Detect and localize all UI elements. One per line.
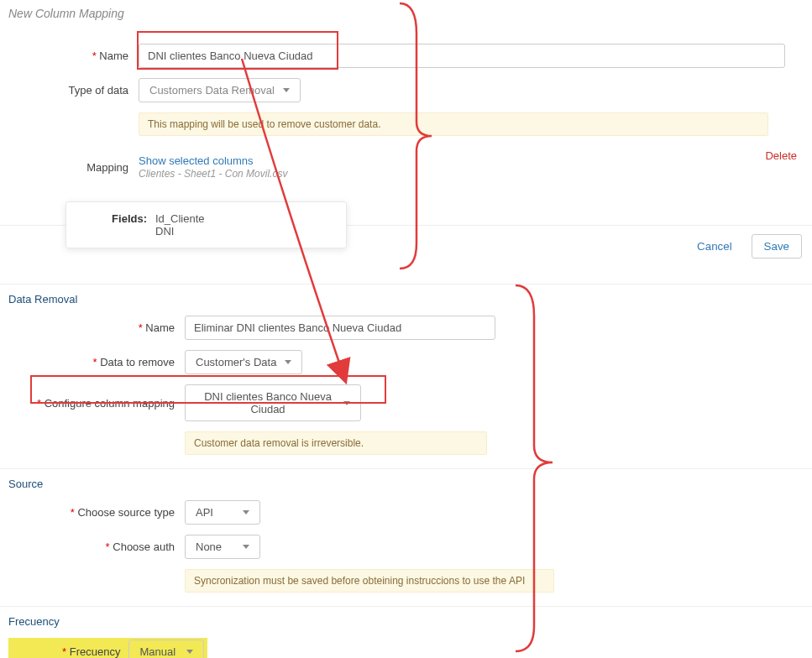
fields-label: Fields:: [80, 212, 155, 238]
frecuency-dropdown[interactable]: Manual: [128, 640, 204, 658]
section-frecuency: Frecuency: [0, 606, 812, 633]
data-to-remove-dropdown[interactable]: Customer's Data: [185, 350, 302, 374]
name-input[interactable]: [139, 44, 785, 68]
frecuency-highlight: * Frecuency Manual: [8, 638, 207, 658]
dr-name-input[interactable]: [185, 316, 495, 340]
show-columns-link[interactable]: Show selected columns: [139, 154, 254, 167]
field-item: Id_Cliente: [155, 212, 205, 225]
panel-title: New Column Mapping: [0, 0, 812, 27]
mapping-label: Mapping: [8, 161, 139, 174]
removal-warning: Customer data removal is irreversible.: [185, 431, 487, 455]
dr-name-label: * Name: [8, 321, 185, 334]
section-source: Source: [0, 468, 812, 495]
save-button[interactable]: Save: [752, 234, 802, 258]
auth-dropdown[interactable]: None: [185, 535, 260, 559]
field-item: DNI: [155, 225, 205, 238]
type-of-data-label: Type of data: [8, 84, 139, 97]
delete-link[interactable]: Delete: [765, 149, 797, 162]
col-mapping-dropdown[interactable]: DNI clientes Banco Nueva Ciudad: [185, 384, 361, 421]
frecuency-label: * Frecuency: [12, 645, 128, 658]
cancel-button[interactable]: Cancel: [684, 234, 745, 258]
mapping-file: Clientes - Sheet1 - Con Movil.csv: [139, 168, 287, 180]
name-label: * Name: [8, 50, 139, 62]
chevron-down-icon: [283, 88, 290, 92]
chevron-down-icon: [243, 545, 249, 549]
data-to-remove-label: * Data to remove: [8, 356, 185, 368]
source-type-dropdown[interactable]: API: [185, 500, 260, 525]
fields-tooltip: Fields: Id_Cliente DNI: [65, 201, 347, 248]
source-type-label: * Choose source type: [8, 506, 185, 519]
chevron-down-icon: [343, 401, 350, 405]
mapping-note: This mapping will be used to remove cust…: [139, 112, 768, 136]
auth-label: * Choose auth: [8, 540, 185, 553]
chevron-down-icon: [186, 650, 193, 654]
section-data-removal: Data Removal: [0, 284, 812, 311]
chevron-down-icon: [285, 360, 291, 364]
col-mapping-label: * Configure column mapping: [8, 397, 185, 410]
api-note: Syncronization must be saved before obte…: [185, 569, 554, 593]
type-of-data-dropdown[interactable]: Customers Data Removal: [139, 78, 301, 102]
chevron-down-icon: [243, 510, 249, 514]
